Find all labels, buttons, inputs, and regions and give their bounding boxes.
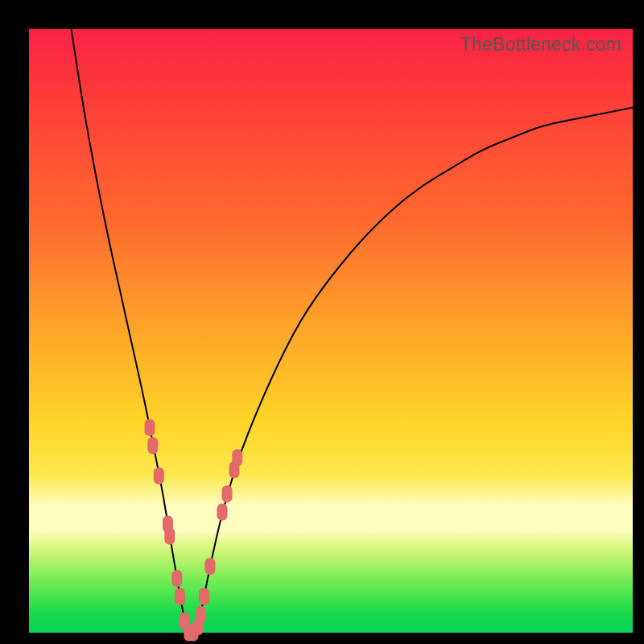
data-marker bbox=[196, 606, 206, 623]
data-marker bbox=[164, 528, 175, 545]
chart-frame: TheBottleneck.com bbox=[0, 0, 644, 644]
data-marker bbox=[222, 485, 233, 502]
data-marker bbox=[171, 570, 182, 587]
plot-area: TheBottleneck.com bbox=[29, 29, 633, 633]
data-marker bbox=[147, 437, 158, 454]
curve-markers bbox=[145, 419, 243, 642]
data-marker bbox=[217, 504, 228, 521]
bottleneck-curve bbox=[72, 29, 634, 631]
data-marker bbox=[154, 468, 164, 485]
data-marker bbox=[205, 558, 216, 575]
data-marker bbox=[145, 419, 155, 436]
data-marker bbox=[232, 449, 242, 466]
data-marker bbox=[199, 588, 209, 605]
chart-overlay bbox=[29, 29, 633, 633]
data-marker bbox=[175, 588, 185, 605]
